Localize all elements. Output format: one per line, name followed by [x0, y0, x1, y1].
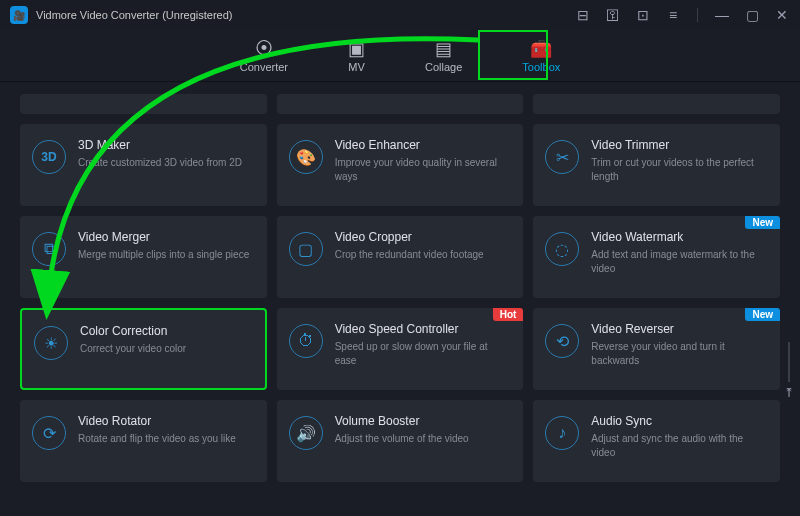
- card-title: Video Cropper: [335, 230, 512, 244]
- audio-sync-icon: ♪: [545, 416, 579, 450]
- card-desc: Adjust the volume of the video: [335, 432, 512, 446]
- tool-card-audio-sync[interactable]: ♪ Audio Sync Adjust and sync the audio w…: [533, 400, 780, 482]
- card-title: Video Reverser: [591, 322, 768, 336]
- card-title: Color Correction: [80, 324, 253, 338]
- tool-row: ☀ Color Correction Correct your video co…: [20, 308, 780, 390]
- card-desc: Trim or cut your videos to the perfect l…: [591, 156, 768, 183]
- card-desc: Add text and image watermark to the vide…: [591, 248, 768, 275]
- crop-icon: ▢: [289, 232, 323, 266]
- tabbar: ⦿ Converter ▣ MV ▤ Collage 🧰 Toolbox: [0, 30, 800, 82]
- tool-card-video-rotator[interactable]: ⟳ Video Rotator Rotate and flip the vide…: [20, 400, 267, 482]
- scroll-to-top-icon[interactable]: ⤒: [784, 386, 794, 400]
- card-desc: Speed up or slow down your file at ease: [335, 340, 512, 367]
- card-title: Video Watermark: [591, 230, 768, 244]
- tool-card-video-cropper[interactable]: ▢ Video Cropper Crop the redundant video…: [277, 216, 524, 298]
- tool-card-color-correction[interactable]: ☀ Color Correction Correct your video co…: [20, 308, 267, 390]
- minimize-button[interactable]: —: [714, 7, 730, 23]
- tool-card-volume-booster[interactable]: 🔊 Volume Booster Adjust the volume of th…: [277, 400, 524, 482]
- tool-card-placeholder[interactable]: [20, 94, 267, 114]
- content-area: 3D 3D Maker Create customized 3D video f…: [0, 82, 800, 516]
- toolbox-icon: 🧰: [530, 39, 552, 59]
- new-badge: New: [745, 308, 780, 321]
- card-desc: Improve your video quality in several wa…: [335, 156, 512, 183]
- tool-card-video-speed-controller[interactable]: Hot ⏱ Video Speed Controller Speed up or…: [277, 308, 524, 390]
- card-title: Audio Sync: [591, 414, 768, 428]
- maximize-button[interactable]: ▢: [744, 7, 760, 23]
- tool-card-video-trimmer[interactable]: ✂ Video Trimmer Trim or cut your videos …: [533, 124, 780, 206]
- card-title: Video Speed Controller: [335, 322, 512, 336]
- speed-icon: ⏱: [289, 324, 323, 358]
- titlebar-separator: [697, 8, 698, 22]
- app-title: Vidmore Video Converter (Unregistered): [36, 9, 575, 21]
- rotate-icon: ⟳: [32, 416, 66, 450]
- palette-icon: 🎨: [289, 140, 323, 174]
- tab-label: MV: [348, 61, 365, 73]
- app-logo-icon: 🎥: [10, 6, 28, 24]
- card-desc: Merge multiple clips into a single piece: [78, 248, 255, 262]
- volume-icon: 🔊: [289, 416, 323, 450]
- menu-icon[interactable]: ≡: [665, 7, 681, 23]
- card-title: Volume Booster: [335, 414, 512, 428]
- tool-card-placeholder[interactable]: [533, 94, 780, 114]
- scissors-icon: ✂: [545, 140, 579, 174]
- scroll-indicator[interactable]: ⤒: [784, 342, 794, 400]
- watermark-icon: ◌: [545, 232, 579, 266]
- reverse-icon: ⟲: [545, 324, 579, 358]
- card-desc: Adjust and sync the audio with the video: [591, 432, 768, 459]
- tool-row-cropped: [20, 94, 780, 114]
- card-title: Video Enhancer: [335, 138, 512, 152]
- card-title: Video Rotator: [78, 414, 255, 428]
- card-title: 3D Maker: [78, 138, 255, 152]
- merge-icon: ⧉: [32, 232, 66, 266]
- key-icon[interactable]: ⚿: [605, 7, 621, 23]
- converter-icon: ⦿: [255, 39, 273, 59]
- collage-icon: ▤: [435, 39, 452, 59]
- sun-icon: ☀: [34, 326, 68, 360]
- tab-converter[interactable]: ⦿ Converter: [234, 35, 294, 77]
- card-desc: Correct your video color: [80, 342, 253, 356]
- titlebar: 🎥 Vidmore Video Converter (Unregistered)…: [0, 0, 800, 30]
- close-button[interactable]: ✕: [774, 7, 790, 23]
- card-desc: Rotate and flip the video as you like: [78, 432, 255, 446]
- tab-label: Toolbox: [522, 61, 560, 73]
- tab-mv[interactable]: ▣ MV: [342, 35, 371, 77]
- tab-collage[interactable]: ▤ Collage: [419, 35, 468, 77]
- tool-card-placeholder[interactable]: [277, 94, 524, 114]
- tool-row: ⧉ Video Merger Merge multiple clips into…: [20, 216, 780, 298]
- tab-label: Collage: [425, 61, 462, 73]
- tool-card-video-merger[interactable]: ⧉ Video Merger Merge multiple clips into…: [20, 216, 267, 298]
- mv-icon: ▣: [348, 39, 365, 59]
- card-desc: Create customized 3D video from 2D: [78, 156, 255, 170]
- card-desc: Crop the redundant video footage: [335, 248, 512, 262]
- tab-label: Converter: [240, 61, 288, 73]
- tool-card-video-enhancer[interactable]: 🎨 Video Enhancer Improve your video qual…: [277, 124, 524, 206]
- 3d-icon: 3D: [32, 140, 66, 174]
- card-desc: Reverse your video and turn it backwards: [591, 340, 768, 367]
- tool-card-video-watermark[interactable]: New ◌ Video Watermark Add text and image…: [533, 216, 780, 298]
- tool-card-3d-maker[interactable]: 3D 3D Maker Create customized 3D video f…: [20, 124, 267, 206]
- card-title: Video Trimmer: [591, 138, 768, 152]
- cart-icon[interactable]: ⊟: [575, 7, 591, 23]
- tool-row: ⟳ Video Rotator Rotate and flip the vide…: [20, 400, 780, 482]
- tool-row: 3D 3D Maker Create customized 3D video f…: [20, 124, 780, 206]
- new-badge: New: [745, 216, 780, 229]
- hot-badge: Hot: [493, 308, 524, 321]
- card-title: Video Merger: [78, 230, 255, 244]
- chat-icon[interactable]: ⊡: [635, 7, 651, 23]
- tab-toolbox[interactable]: 🧰 Toolbox: [516, 35, 566, 77]
- tool-card-video-reverser[interactable]: New ⟲ Video Reverser Reverse your video …: [533, 308, 780, 390]
